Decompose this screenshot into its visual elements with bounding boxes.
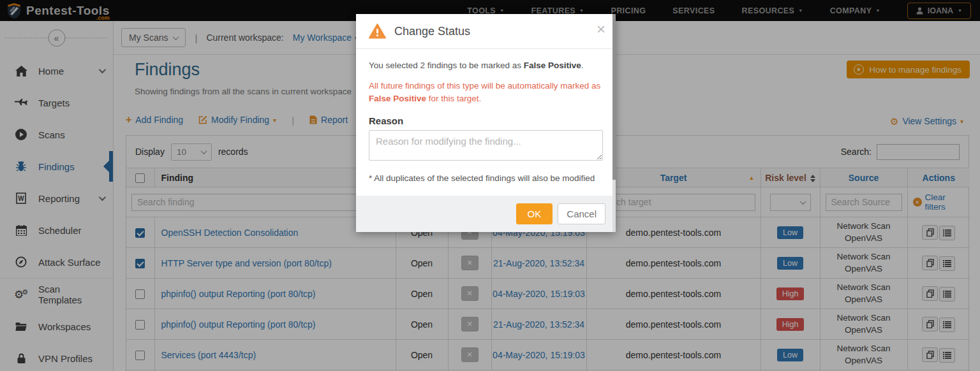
modal-title: Change Status xyxy=(394,25,470,38)
cancel-button[interactable]: Cancel xyxy=(558,203,605,224)
close-icon[interactable]: × xyxy=(597,22,605,37)
modal-footer: OK Cancel xyxy=(356,196,616,232)
modal-body: You selected 2 findings to be marked as … xyxy=(356,49,616,196)
ok-button[interactable]: OK xyxy=(516,203,553,224)
modal-header: Change Status × xyxy=(356,14,616,49)
change-status-modal: Change Status × You selected 2 findings … xyxy=(356,14,616,232)
auto-mark-warning: All future findings of this type will be… xyxy=(369,80,603,106)
warning-triangle-icon xyxy=(369,24,386,39)
reason-label: Reason xyxy=(369,115,603,126)
reason-textarea[interactable] xyxy=(369,130,603,161)
duplicates-note: * All duplicates of the selected finding… xyxy=(369,173,603,183)
modal-scrollbar[interactable] xyxy=(612,14,616,232)
selection-summary: You selected 2 findings to be marked as … xyxy=(369,61,603,70)
scrollbar-thumb[interactable] xyxy=(612,14,616,180)
